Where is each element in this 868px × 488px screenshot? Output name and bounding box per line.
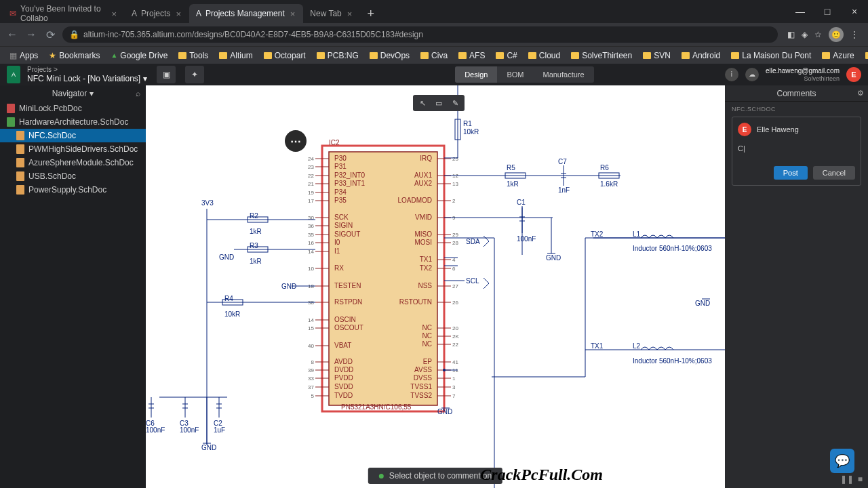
tree-item-0[interactable]: MiniLock.PcbDoc	[0, 102, 146, 115]
user-avatar[interactable]: E	[846, 67, 861, 82]
menu-icon[interactable]: ⋮	[850, 30, 859, 39]
bookmark-bookmarks[interactable]: ★Bookmarks	[45, 51, 104, 60]
svg-text:C7: C7	[558, 158, 567, 165]
window-minimize[interactable]: —	[787, 0, 814, 23]
ext-icon-2[interactable]: ◈	[802, 30, 808, 39]
svg-text:R2: R2	[250, 212, 258, 220]
edit-tool-icon[interactable]: ✎	[447, 96, 463, 110]
pointer-tool-icon[interactable]: ↖	[414, 96, 431, 110]
bookmark-altium[interactable]: Altium	[215, 51, 256, 60]
schematic-canvas[interactable]: IC2 PN5321A3HN/C106,55 24P3023P3122P32_I…	[146, 85, 725, 488]
svg-text:24: 24	[308, 156, 314, 162]
svg-text:SIGIN: SIGIN	[334, 222, 353, 229]
svg-text:VMID: VMID	[415, 214, 432, 221]
tab-1[interactable]: AProjects×	[125, 4, 189, 23]
svg-text:2K: 2K	[452, 333, 459, 340]
tab-3-title: New Tab	[310, 9, 341, 18]
crop-tool-icon[interactable]: ▭	[431, 96, 447, 110]
tab-add-button[interactable]: +	[360, 7, 381, 21]
cancel-button[interactable]: Cancel	[813, 166, 855, 180]
pause-icon[interactable]: ❚❚	[840, 474, 854, 484]
bookmark-apps[interactable]: ▦Apps	[5, 51, 42, 60]
svg-text:I0: I0	[334, 239, 340, 246]
tab-close-3[interactable]: ×	[346, 9, 354, 19]
svg-text:P34: P34	[334, 188, 347, 196]
tab-close-2[interactable]: ×	[289, 9, 297, 19]
tab-close-1[interactable]: ×	[174, 9, 182, 19]
navigator-header[interactable]: Navigator▾ ⌕	[0, 85, 146, 102]
bookmark-maison[interactable]: La Maison Du Pont	[727, 51, 815, 60]
svg-text:10: 10	[308, 266, 314, 272]
svg-text:35: 35	[308, 232, 314, 238]
mode-design[interactable]: Design	[455, 66, 497, 83]
mode-bom[interactable]: BOM	[497, 66, 533, 83]
mode-manufacture[interactable]: Manufacture	[533, 66, 593, 83]
svg-text:TVSS2: TVSS2	[410, 392, 432, 399]
chat-fab[interactable]: 💬	[830, 449, 854, 473]
bookmark-csharp[interactable]: C#	[492, 51, 521, 60]
svg-text:41: 41	[452, 359, 458, 365]
tab-close-0[interactable]: ×	[110, 9, 118, 19]
header-info-icon[interactable]: i	[725, 68, 738, 81]
profile-avatar[interactable]: 🙂	[829, 27, 844, 42]
back-button[interactable]: ←	[5, 28, 19, 41]
search-icon[interactable]: ⌕	[136, 89, 140, 98]
svg-text:TVDD: TVDD	[334, 392, 353, 399]
ext-icon-3[interactable]: ☆	[814, 30, 822, 39]
bookmark-gdrive[interactable]: ▲Google Drive	[106, 51, 172, 60]
chevron-down-icon: ▾	[143, 74, 147, 83]
bookmark-cloud[interactable]: Cloud	[524, 51, 564, 60]
app-header: A Projects > NFC Mini Lock - [No Variati…	[0, 64, 868, 85]
tree-item-3[interactable]: PWMHighSideDrivers.SchDoc	[0, 142, 146, 156]
reload-button[interactable]: ⟳	[43, 28, 57, 41]
comment-input[interactable]: C|	[738, 144, 855, 154]
tab-3[interactable]: New Tab×	[303, 4, 360, 23]
svg-text:VBAT: VBAT	[334, 342, 351, 349]
ext-icon-1[interactable]: ◧	[787, 30, 795, 39]
svg-text:R6: R6	[600, 164, 609, 171]
navigator-title: Navigator	[52, 89, 87, 98]
bookmark-civa[interactable]: Civa	[416, 51, 452, 60]
bookmark-afs[interactable]: AFS	[454, 51, 489, 60]
bookmark-azure[interactable]: Azure	[818, 51, 858, 60]
breadcrumb[interactable]: Projects > NFC Mini Lock - [No Variation…	[27, 66, 147, 83]
svg-text:26: 26	[452, 300, 458, 306]
svg-text:LOADMOD: LOADMOD	[397, 197, 432, 204]
bookmark-android[interactable]: Android	[677, 51, 724, 60]
bookmark-octopart[interactable]: Octopart	[260, 51, 310, 60]
svg-text:Inductor 560nH-10%;0603: Inductor 560nH-10%;0603	[633, 245, 712, 252]
component-actions-button[interactable]: ⋯	[285, 130, 307, 152]
header-tool-1[interactable]: ▣	[157, 66, 176, 83]
stop-icon[interactable]: ■	[858, 474, 863, 484]
svg-text:P31: P31	[334, 163, 347, 170]
svg-text:GND: GND	[201, 444, 216, 451]
tab-0[interactable]: ✉You've Been Invited to Collabo×	[3, 4, 125, 23]
gear-icon[interactable]: ⚙	[857, 89, 864, 98]
url-bar[interactable]: 🔒 altium-inc-705.365.altium.com/designs/…	[62, 26, 778, 43]
tab-2[interactable]: AProjects Management×	[189, 4, 303, 23]
browser-titlebar: ✉You've Been Invited to Collabo× AProjec…	[0, 0, 868, 23]
svg-text:P35: P35	[334, 197, 347, 204]
tree-item-5[interactable]: USB.SchDoc	[0, 169, 146, 183]
window-maximize[interactable]: □	[814, 0, 841, 23]
svg-text:30: 30	[308, 215, 314, 221]
tree-item-6[interactable]: PowerSupply.SchDoc	[0, 183, 146, 197]
bookmark-personal[interactable]: Personal	[861, 51, 868, 60]
svg-text:TX2: TX2	[420, 264, 433, 272]
header-share-icon[interactable]: ☁	[745, 68, 759, 81]
bookmark-tools[interactable]: Tools	[174, 51, 212, 60]
app-logo: A	[7, 66, 20, 83]
post-button[interactable]: Post	[774, 166, 808, 180]
forward-button[interactable]: →	[24, 28, 38, 41]
extension-icons: ◧ ◈ ☆ 🙂 ⋮	[783, 27, 863, 42]
bookmark-devops[interactable]: DevOps	[366, 51, 414, 60]
header-tool-2[interactable]: ✦	[185, 66, 204, 83]
tree-item-1[interactable]: HardwareArchitecture.SchDoc	[0, 115, 146, 129]
bookmark-pcbng[interactable]: PCB:NG	[313, 51, 363, 60]
status-text: Select object to comment on	[389, 471, 492, 481]
bookmark-svn[interactable]: SVN	[639, 51, 675, 60]
tree-item-2[interactable]: NFC.SchDoc	[0, 129, 146, 142]
tree-item-4[interactable]: AzureSphereModule.SchDoc	[0, 156, 146, 169]
bookmark-solvethirteen[interactable]: SolveThirteen	[567, 51, 636, 60]
window-close[interactable]: ×	[841, 0, 868, 23]
